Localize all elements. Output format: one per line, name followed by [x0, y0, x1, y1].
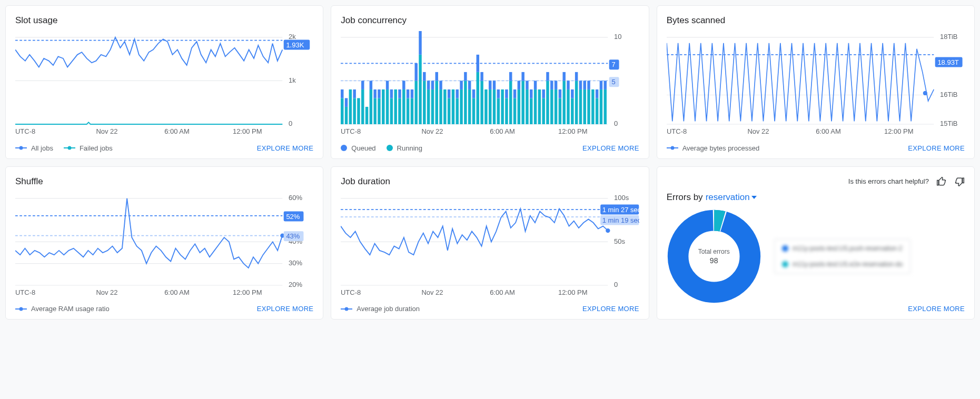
- svg-text:2k: 2k: [289, 33, 296, 41]
- svg-text:50s: 50s: [614, 237, 625, 245]
- svg-rect-140: [600, 81, 602, 89]
- errors-dropdown[interactable]: reservation: [706, 192, 757, 203]
- svg-text:15TiB: 15TiB: [940, 120, 957, 128]
- svg-text:18.93T: 18.93T: [937, 58, 958, 66]
- svg-rect-89: [489, 81, 491, 89]
- explore-more-button[interactable]: EXPLORE MORE: [908, 305, 965, 313]
- svg-rect-112: [542, 98, 545, 124]
- svg-text:Nov 22: Nov 22: [747, 127, 769, 135]
- svg-rect-45: [390, 89, 393, 98]
- svg-text:Nov 22: Nov 22: [96, 127, 117, 135]
- legend-running: Running: [387, 144, 422, 152]
- svg-rect-47: [399, 98, 401, 124]
- svg-rect-111: [538, 89, 541, 124]
- svg-rect-61: [427, 89, 430, 124]
- svg-rect-38: [374, 89, 377, 98]
- svg-rect-54: [411, 89, 413, 98]
- card-title: Job duration: [341, 176, 639, 187]
- svg-rect-59: [423, 81, 425, 124]
- svg-rect-117: [550, 81, 553, 89]
- svg-rect-118: [555, 89, 557, 124]
- chart-job-concurrency: 10 0 7 5 UTC-8 Nov 22 6:00 AM 12:00 PM: [341, 31, 639, 137]
- svg-rect-141: [604, 89, 607, 124]
- donut-legend-label: m11y-pools-test:US.push-reservation-2: [793, 245, 903, 252]
- svg-text:100s: 100s: [614, 194, 629, 202]
- svg-rect-95: [506, 98, 508, 124]
- legend-avg-bytes: Average bytes processed: [667, 144, 759, 152]
- svg-rect-84: [477, 55, 479, 72]
- svg-text:Nov 22: Nov 22: [422, 127, 443, 135]
- svg-rect-39: [378, 98, 381, 124]
- donut-legend: m11y-pools-test:US.push-reservation-2 m1…: [774, 239, 910, 274]
- svg-text:6:00 AM: 6:00 AM: [816, 127, 841, 135]
- legend-label: Average RAM usage ratio: [31, 305, 110, 313]
- svg-text:0: 0: [614, 120, 618, 128]
- thumb-up-icon[interactable]: [936, 176, 947, 187]
- svg-text:12:00 PM: 12:00 PM: [884, 127, 914, 135]
- svg-text:12:00 PM: 12:00 PM: [233, 127, 262, 135]
- card-bytes-scanned: Bytes scanned 18TiB 16TiB 15TiB 18.93T U…: [657, 5, 975, 159]
- legend-all-jobs: All jobs: [15, 144, 53, 152]
- svg-text:UTC-8: UTC-8: [341, 288, 361, 296]
- explore-more-button[interactable]: EXPLORE MORE: [582, 144, 639, 152]
- svg-text:0: 0: [614, 281, 618, 288]
- svg-rect-48: [399, 89, 401, 98]
- svg-rect-101: [518, 89, 520, 124]
- svg-rect-44: [390, 98, 393, 124]
- svg-rect-142: [604, 81, 607, 89]
- legend-label: Running: [397, 144, 422, 152]
- svg-rect-60: [423, 72, 425, 81]
- svg-rect-97: [509, 81, 512, 124]
- card-title: Job concurrency: [341, 15, 639, 26]
- svg-rect-28: [349, 89, 352, 124]
- donut-legend-label: m11y-pools-test:US.e2e-reservation-do: [793, 261, 903, 268]
- chart-shuffle: 60% 40% 30% 20% 52% 43% UTC-8 Nov 22 6:0…: [15, 192, 313, 298]
- svg-rect-132: [583, 89, 586, 124]
- donut-center-label: Total errors: [698, 248, 730, 255]
- explore-more-button[interactable]: EXPLORE MORE: [257, 305, 314, 313]
- svg-rect-35: [370, 89, 372, 124]
- svg-rect-49: [402, 89, 405, 124]
- svg-text:30%: 30%: [289, 259, 302, 267]
- card-errors: Is this errors chart helpful? Errors by …: [657, 166, 975, 320]
- donut-area: Total errors 98 m11y-pools-test:US.push-…: [667, 209, 965, 304]
- card-job-concurrency: Job concurrency 10 0 7 5 UTC-8 N: [331, 5, 649, 159]
- svg-rect-37: [374, 98, 377, 124]
- donut-center-value: 98: [698, 256, 730, 265]
- chart-job-duration: 100s 50s 0 1 min 27 sec 1 min 19 sec UTC…: [341, 192, 639, 298]
- svg-rect-67: [440, 89, 442, 124]
- legend-failed-jobs: Failed jobs: [64, 144, 113, 152]
- svg-rect-51: [407, 98, 409, 124]
- svg-rect-55: [415, 81, 418, 124]
- svg-text:5: 5: [612, 78, 616, 86]
- explore-more-button[interactable]: EXPLORE MORE: [257, 144, 314, 152]
- svg-rect-33: [361, 81, 364, 89]
- svg-text:7: 7: [612, 61, 616, 68]
- explore-more-button[interactable]: EXPLORE MORE: [582, 305, 639, 313]
- thumb-down-icon[interactable]: [954, 176, 965, 187]
- svg-rect-135: [588, 81, 590, 89]
- svg-text:UTC-8: UTC-8: [667, 127, 687, 135]
- svg-rect-93: [497, 89, 500, 98]
- svg-rect-81: [472, 98, 475, 124]
- svg-rect-25: [341, 89, 343, 98]
- svg-rect-116: [550, 89, 553, 124]
- legend-label: All jobs: [31, 144, 53, 152]
- svg-text:6:00 AM: 6:00 AM: [164, 288, 190, 296]
- svg-rect-79: [468, 89, 471, 124]
- svg-point-166: [670, 146, 674, 150]
- svg-text:1 min 19 sec: 1 min 19 sec: [602, 216, 639, 224]
- svg-rect-98: [509, 72, 512, 81]
- svg-text:6:00 AM: 6:00 AM: [490, 127, 515, 135]
- svg-rect-46: [394, 89, 397, 124]
- svg-rect-26: [345, 107, 348, 124]
- svg-rect-100: [513, 89, 516, 98]
- svg-rect-119: [555, 81, 557, 89]
- svg-rect-125: [567, 81, 570, 89]
- legend-label: Queued: [351, 144, 375, 152]
- svg-rect-58: [419, 31, 422, 55]
- explore-more-button[interactable]: EXPLORE MORE: [908, 144, 965, 152]
- chart-bytes-scanned: 18TiB 16TiB 15TiB 18.93T UTC-8 Nov 22 6:…: [667, 31, 965, 137]
- legend: Average RAM usage ratio: [15, 305, 110, 313]
- svg-rect-30: [353, 89, 356, 98]
